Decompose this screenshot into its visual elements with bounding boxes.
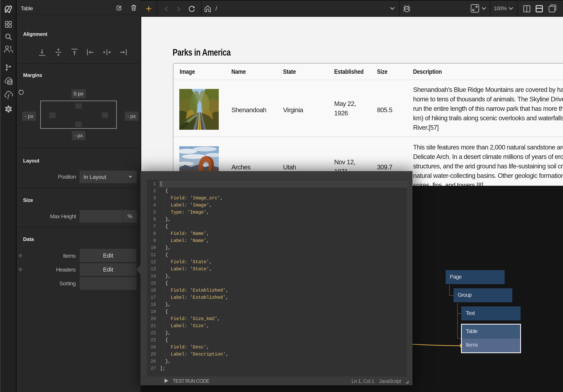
svg-text:f: f: [7, 93, 10, 99]
